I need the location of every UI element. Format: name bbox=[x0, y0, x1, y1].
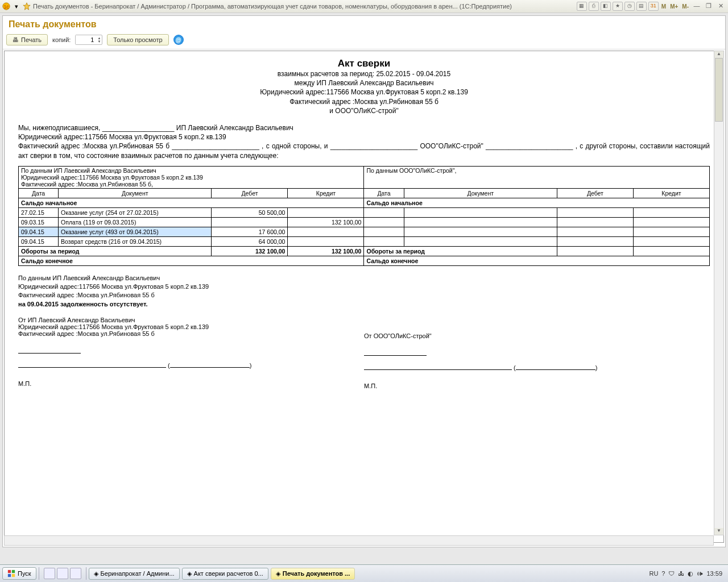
foot-4: на 09.04.2015 задолженность отсутствует. bbox=[18, 300, 710, 309]
view-only-label: Только просмотр bbox=[113, 36, 162, 43]
vertical-scrollbar[interactable]: ▲ ▼ bbox=[714, 51, 724, 535]
maximize-button[interactable]: ❐ bbox=[704, 2, 714, 10]
start-balance-l: Сальдо начальное bbox=[19, 198, 364, 207]
print-label: Печать bbox=[21, 36, 42, 43]
calc-icon[interactable]: ▤ bbox=[636, 2, 647, 11]
table-row-selected[interactable]: 09.04.15 Оказание услуг (493 от 09.04.20… bbox=[19, 227, 710, 236]
reconciliation-table: По данным ИП Лаевский Александр Васильев… bbox=[18, 166, 710, 266]
col-date-r: Дата bbox=[364, 188, 404, 198]
cell-doc: Оказание услуг (493 от 09.04.2015) bbox=[59, 227, 212, 236]
document-canvas[interactable]: Акт сверки взаимных расчетов за период: … bbox=[4, 51, 724, 543]
mp-left: М.П. bbox=[18, 380, 364, 387]
svg-rect-6 bbox=[12, 574, 15, 577]
start-balance-r: Сальдо начальное bbox=[364, 198, 710, 207]
tray-help-icon[interactable]: ? bbox=[661, 570, 665, 577]
scroll-down-icon[interactable]: ▼ bbox=[714, 528, 723, 535]
taskbar-item-active[interactable]: ◈Печать документов ... bbox=[271, 568, 355, 580]
col-debit-l: Дебет bbox=[212, 188, 288, 198]
doc-line-5: и ООО"ОЛиКС-строй" bbox=[11, 106, 717, 115]
para-a: Мы, нижеподписавшиеся, _________________… bbox=[18, 123, 710, 132]
col-doc-r: Документ bbox=[404, 188, 557, 198]
taskbar-item[interactable]: ◈Акт сверки расчетов 0... bbox=[182, 568, 268, 580]
tray-network-icon[interactable]: 🖧 bbox=[678, 570, 684, 577]
history-icon[interactable]: ◷ bbox=[624, 2, 635, 11]
from-left-3: Фактический адрес :Москва ул.Рябиновая 5… bbox=[18, 330, 364, 337]
tray-icon[interactable]: ◐ bbox=[688, 570, 693, 577]
view-only-button[interactable]: Только просмотр bbox=[107, 34, 168, 45]
copies-input[interactable] bbox=[76, 35, 96, 44]
quick-launch-item[interactable] bbox=[57, 568, 68, 579]
scroll-up-icon[interactable]: ▲ bbox=[714, 51, 723, 58]
quick-launch-item[interactable] bbox=[70, 568, 81, 579]
toolbar: 🖶 Печать копий: ▲▼ Только просмотр @ bbox=[3, 33, 725, 49]
app-icon: 1c bbox=[2, 2, 10, 10]
window-titlebar: 1c ▾ Печать документов - Беринапрокат / … bbox=[0, 0, 728, 13]
taskbar: Пуск ◈Беринапрокат / Админи... ◈Акт свер… bbox=[0, 564, 728, 582]
cell-date: 09.04.15 bbox=[19, 227, 59, 236]
col-credit-l: Кредит bbox=[288, 188, 364, 198]
table-header-top: По данным ИП Лаевский Александр Васильев… bbox=[19, 166, 710, 188]
star-icon-2[interactable]: ★ bbox=[613, 2, 623, 11]
quick-launch-item[interactable] bbox=[44, 568, 55, 579]
row-end-balance: Сальдо конечное Сальдо конечное bbox=[19, 256, 710, 265]
svg-marker-2 bbox=[23, 3, 30, 10]
right-header: По данным ООО"ОЛиКС-строй", bbox=[364, 166, 710, 188]
cell-credit bbox=[288, 207, 364, 217]
system-tray: RU ? 🛡 🖧 ◐ 🕪 13:59 bbox=[649, 570, 726, 577]
cell-doc: Оплата (119 от 09.03.2015) bbox=[59, 217, 212, 227]
language-indicator[interactable]: RU bbox=[649, 570, 658, 577]
at-icon[interactable]: @ bbox=[173, 35, 184, 45]
m-button[interactable]: M bbox=[660, 3, 667, 10]
sign-left: От ИП Лаевский Александр Васильевич Юрид… bbox=[18, 317, 364, 389]
clock[interactable]: 13:59 bbox=[706, 570, 722, 577]
signature-row: От ИП Лаевский Александр Васильевич Юрид… bbox=[18, 317, 710, 389]
close-button[interactable]: ✕ bbox=[715, 2, 726, 10]
cell-doc: Возврат средств (216 от 09.04.2015) bbox=[59, 236, 212, 246]
start-button[interactable]: Пуск bbox=[2, 567, 36, 580]
cell-debit: 64 000,00 bbox=[212, 236, 288, 246]
left-header-2: Юридический адрес:117566 Москва ул.Фрукт… bbox=[21, 174, 361, 181]
table-row[interactable]: 09.04.15 Возврат средств (216 от 09.04.2… bbox=[19, 236, 710, 246]
toolbar-icon-1[interactable]: ▦ bbox=[577, 2, 587, 11]
end-balance-l: Сальдо конечное bbox=[19, 256, 364, 265]
cell-debit: 17 600,00 bbox=[212, 227, 288, 236]
cell-credit: 132 100,00 bbox=[288, 217, 364, 227]
minimize-button[interactable]: — bbox=[692, 2, 702, 10]
tray-shield-icon[interactable]: 🛡 bbox=[668, 570, 675, 577]
dropdown-icon[interactable]: ▾ bbox=[13, 2, 20, 10]
calendar-icon[interactable]: 31 bbox=[648, 2, 659, 11]
cell-date: 09.04.15 bbox=[19, 236, 59, 246]
toolbar-icon-3[interactable]: ◧ bbox=[601, 2, 611, 11]
svg-rect-5 bbox=[8, 574, 11, 577]
table-row[interactable]: 09.03.15 Оплата (119 от 09.03.2015) 132 … bbox=[19, 217, 710, 227]
window-title: Печать документов - Беринапрокат / Админ… bbox=[33, 3, 574, 10]
tray-volume-icon[interactable]: 🕪 bbox=[697, 570, 703, 577]
cell-debit: 50 500,00 bbox=[212, 207, 288, 217]
print-button[interactable]: 🖶 Печать bbox=[6, 34, 48, 45]
copies-label: копий: bbox=[52, 36, 71, 43]
separator bbox=[39, 567, 39, 580]
print-icon[interactable]: ⎙ bbox=[589, 2, 599, 11]
page-title: Печать документов bbox=[3, 16, 725, 33]
from-left-2: Юридический адрес:117566 Москва ул.Фрукт… bbox=[18, 323, 364, 330]
windows-icon bbox=[7, 569, 15, 577]
m-plus-button[interactable]: M+ bbox=[669, 3, 679, 10]
star-icon[interactable] bbox=[23, 2, 31, 10]
copies-stepper[interactable]: ▲▼ bbox=[75, 35, 102, 45]
end-balance-r: Сальдо конечное bbox=[364, 256, 710, 265]
separator bbox=[86, 567, 86, 580]
foot-1: По данным ИП Лаевский Александр Васильев… bbox=[18, 274, 710, 282]
left-header-3: Фактический адрес :Москва ул.Рябиновая 5… bbox=[21, 181, 361, 188]
table-row[interactable]: 27.02.15 Оказание услуг (254 от 27.02.20… bbox=[19, 207, 710, 217]
taskbar-item[interactable]: ◈Беринапрокат / Админи... bbox=[89, 568, 180, 580]
doc-line-2: между ИП Лаевский Александр Васильевич bbox=[11, 78, 717, 88]
foot-2: Юридический адрес:117566 Москва ул.Фрукт… bbox=[18, 282, 710, 291]
scroll-thumb[interactable] bbox=[715, 58, 723, 122]
col-date-l: Дата bbox=[19, 188, 59, 198]
stepper-arrows[interactable]: ▲▼ bbox=[96, 36, 102, 43]
intro-paragraph: Мы, нижеподписавшиеся, _________________… bbox=[18, 123, 710, 160]
para-c: Фактический адрес :Москва ул.Рябиновая 5… bbox=[18, 142, 710, 160]
m-minus-button[interactable]: M- bbox=[681, 3, 690, 10]
doc-title: Акт сверки bbox=[11, 58, 717, 69]
horizontal-scrollbar[interactable] bbox=[4, 535, 714, 546]
